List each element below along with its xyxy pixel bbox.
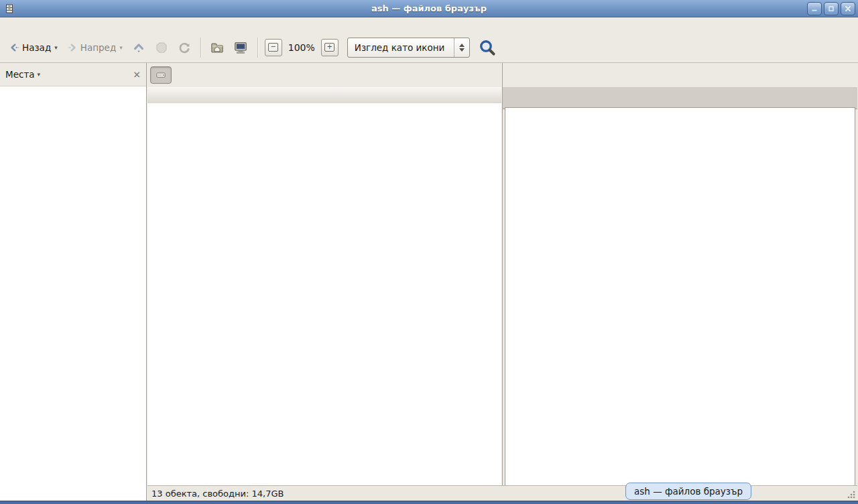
window-bottom-edge bbox=[0, 501, 858, 504]
window-controls bbox=[807, 2, 855, 15]
tree-pathbar bbox=[147, 63, 501, 87]
breadcrumb bbox=[503, 63, 857, 87]
toolbar-separator bbox=[257, 38, 258, 58]
computer-button[interactable] bbox=[229, 36, 253, 59]
search-icon bbox=[479, 39, 496, 56]
places-close-icon[interactable]: × bbox=[133, 69, 141, 80]
forward-label: Напред bbox=[80, 42, 116, 53]
view-mode-select[interactable]: Изглед като икони bbox=[347, 38, 471, 58]
view-mode-label: Изглед като икони bbox=[355, 42, 454, 53]
icon-pane bbox=[502, 63, 857, 486]
back-label: Назад bbox=[22, 42, 51, 53]
taskbar-window-button[interactable]: ash — файлов браузър bbox=[625, 483, 751, 500]
icon-view[interactable] bbox=[505, 107, 855, 486]
computer-icon bbox=[233, 40, 248, 55]
places-list bbox=[0, 87, 146, 501]
zoom-in-button[interactable]: + bbox=[321, 39, 339, 56]
titlebar[interactable]: ash — файлов браузър bbox=[0, 0, 858, 17]
close-icon bbox=[844, 5, 852, 13]
main-area: Места ▾ × 13 обекта, свободни: 14,7GB bbox=[0, 63, 858, 504]
toolbar-separator bbox=[200, 38, 201, 58]
reload-icon bbox=[178, 41, 191, 54]
forward-button[interactable]: Напред ▾ bbox=[62, 38, 127, 57]
zoom-out-button[interactable]: − bbox=[265, 39, 282, 56]
tree-pane bbox=[147, 63, 501, 486]
places-header: Места ▾ × bbox=[0, 63, 146, 86]
toolbar: Назад ▾ Напред ▾ − 100% + Изглед като ик… bbox=[0, 32, 858, 63]
search-button[interactable] bbox=[477, 37, 498, 58]
combo-spinner-icon bbox=[454, 44, 469, 52]
zoom-in-icon: + bbox=[324, 43, 334, 52]
taskbar-window-label: ash — файлов браузър bbox=[634, 486, 743, 497]
back-icon bbox=[9, 42, 19, 53]
reload-button[interactable] bbox=[173, 37, 196, 58]
home-button[interactable] bbox=[206, 37, 229, 58]
tab-bar bbox=[503, 87, 857, 109]
file-browser-window: ash — файлов браузър Назад ▾ Напред ▾ bbox=[0, 0, 858, 504]
menu-bar bbox=[0, 17, 858, 32]
maximize-icon bbox=[827, 5, 835, 13]
minimize-icon bbox=[810, 5, 818, 13]
zoom-level: 100% bbox=[284, 42, 319, 53]
zoom-out-icon: − bbox=[268, 43, 278, 52]
window-title: ash — файлов браузър bbox=[0, 3, 858, 13]
places-selector[interactable]: Места ▾ bbox=[5, 69, 133, 80]
places-caret-icon: ▾ bbox=[38, 71, 41, 78]
forward-icon bbox=[67, 42, 78, 53]
places-sidebar: Места ▾ × bbox=[0, 63, 147, 501]
close-button[interactable] bbox=[841, 2, 855, 15]
minimize-button[interactable] bbox=[807, 2, 822, 15]
back-button[interactable]: Назад ▾ bbox=[4, 38, 62, 57]
up-button[interactable] bbox=[127, 37, 150, 58]
status-text: 13 обекта, свободни: 14,7GB bbox=[151, 489, 284, 499]
up-icon bbox=[132, 41, 145, 54]
places-title: Места bbox=[5, 69, 35, 80]
resize-grip[interactable] bbox=[847, 490, 856, 499]
home-folder-icon bbox=[210, 41, 224, 54]
back-dropdown-icon[interactable]: ▾ bbox=[54, 44, 58, 51]
root-location-button[interactable] bbox=[150, 66, 172, 84]
drive-icon bbox=[156, 70, 166, 80]
maximize-button[interactable] bbox=[824, 2, 839, 15]
stop-button[interactable] bbox=[150, 37, 173, 58]
forward-dropdown-icon[interactable]: ▾ bbox=[119, 44, 123, 51]
table-header bbox=[147, 87, 501, 104]
table-body bbox=[147, 103, 501, 486]
stop-icon bbox=[155, 41, 168, 54]
